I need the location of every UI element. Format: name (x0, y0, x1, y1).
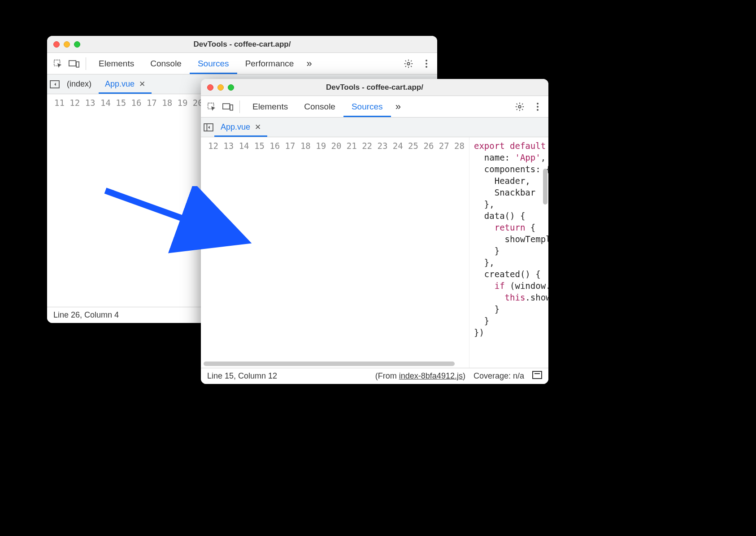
more-tabs-button[interactable]: » (302, 53, 316, 74)
tab-sources[interactable]: Sources (190, 53, 237, 74)
close-tab-icon[interactable]: ✕ (255, 122, 261, 132)
file-tabbar: App.vue ✕ (201, 118, 548, 137)
scrollbar-thumb[interactable] (204, 362, 455, 366)
traffic-lights[interactable] (53, 41, 80, 48)
horizontal-scrollbar[interactable] (204, 362, 546, 367)
tab-console[interactable]: Console (142, 53, 190, 74)
svg-rect-10 (223, 104, 230, 109)
close-window-button[interactable] (207, 84, 213, 91)
close-window-button[interactable] (53, 41, 60, 48)
inspect-element-icon[interactable] (51, 57, 65, 71)
more-tabs-button[interactable]: » (391, 96, 405, 117)
svg-rect-1 (69, 61, 76, 66)
maximize-window-button[interactable] (228, 84, 234, 91)
svg-point-13 (537, 103, 539, 105)
window-title: DevTools - coffee-cart.app/ (201, 83, 548, 92)
line-gutter: 12 13 14 15 16 17 18 19 20 21 22 23 24 2… (201, 137, 469, 368)
code-editor[interactable]: 12 13 14 15 16 17 18 19 20 21 22 23 24 2… (201, 137, 548, 368)
maximize-window-button[interactable] (74, 41, 80, 48)
vertical-scrollbar[interactable] (542, 155, 547, 345)
navigator-toggle-icon[interactable] (204, 123, 213, 131)
svg-point-15 (537, 109, 539, 111)
device-toolbar-icon[interactable] (67, 57, 81, 71)
source-map-link[interactable]: index-8bfa4912.js (399, 371, 463, 380)
cursor-position: Line 26, Column 4 (53, 310, 119, 320)
file-tab-index[interactable]: (index) (61, 74, 98, 94)
code-content[interactable]: export default defineComponent({ name: '… (469, 137, 548, 368)
svg-point-12 (518, 105, 521, 108)
coverage-info: Coverage: n/a (474, 371, 524, 381)
minimize-window-button[interactable] (64, 41, 70, 48)
minimize-window-button[interactable] (217, 84, 224, 91)
toolbar-separator (86, 57, 86, 70)
file-tab-label: App.vue (221, 122, 250, 132)
navigator-toggle-icon[interactable] (50, 80, 60, 88)
svg-rect-11 (230, 105, 233, 110)
bottom-drawer-toggle-icon[interactable] (532, 371, 542, 381)
close-tab-icon[interactable]: ✕ (139, 79, 145, 89)
devtools-toolbar: Elements Console Sources » (201, 96, 548, 118)
window-titlebar[interactable]: DevTools - coffee-cart.app/ (47, 36, 437, 53)
file-tab-app-vue[interactable]: App.vue ✕ (99, 74, 152, 94)
kebab-menu-icon[interactable] (419, 57, 434, 71)
traffic-lights[interactable] (207, 84, 234, 91)
svg-point-5 (426, 63, 427, 65)
editor-statusbar: Line 15, Column 12 (From index-8bfa4912.… (201, 368, 548, 384)
devtools-window-front: DevTools - coffee-cart.app/ Elements Con… (201, 79, 548, 384)
svg-rect-2 (76, 61, 79, 67)
svg-point-14 (537, 106, 539, 108)
tab-elements[interactable]: Elements (91, 53, 142, 74)
svg-point-6 (426, 66, 427, 68)
kebab-menu-icon[interactable] (530, 100, 545, 114)
svg-point-3 (407, 62, 410, 65)
file-tab-app-vue[interactable]: App.vue ✕ (214, 118, 267, 137)
toolbar-separator (239, 100, 240, 113)
panel-tabs: Elements Console Sources » (244, 96, 511, 117)
cursor-position: Line 15, Column 12 (207, 371, 277, 381)
scrollbar-thumb[interactable] (543, 169, 547, 205)
svg-point-4 (426, 60, 427, 61)
tab-sources[interactable]: Sources (343, 96, 391, 117)
inspect-element-icon[interactable] (204, 100, 219, 114)
window-title: DevTools - coffee-cart.app/ (47, 40, 437, 49)
panel-tabs: Elements Console Sources Performance » (91, 53, 400, 74)
device-toolbar-icon[interactable] (221, 100, 235, 114)
settings-gear-icon[interactable] (401, 57, 416, 71)
source-map-info: (From index-8bfa4912.js) (375, 371, 465, 381)
tab-elements[interactable]: Elements (244, 96, 296, 117)
file-tab-label: App.vue (105, 79, 135, 89)
tab-performance[interactable]: Performance (237, 53, 302, 74)
devtools-toolbar: Elements Console Sources Performance » (47, 53, 437, 74)
window-titlebar[interactable]: DevTools - coffee-cart.app/ (201, 79, 548, 96)
tab-console[interactable]: Console (296, 96, 343, 117)
settings-gear-icon[interactable] (513, 100, 527, 114)
